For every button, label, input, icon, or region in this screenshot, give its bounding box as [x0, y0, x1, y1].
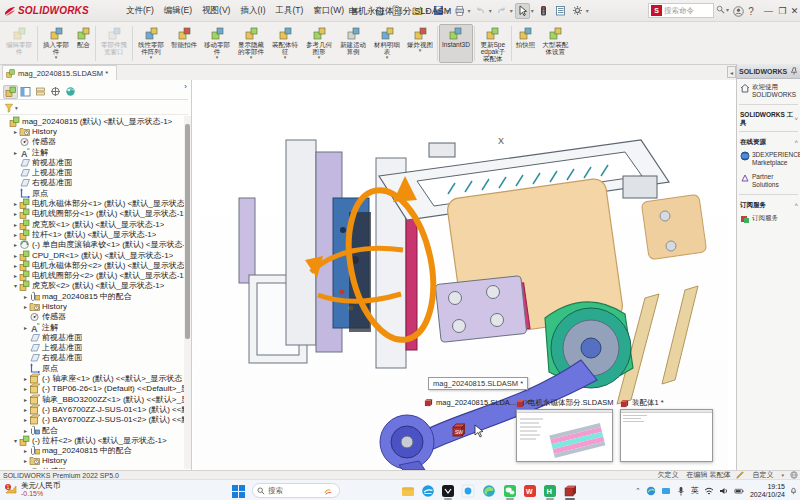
- thumbnail-preview-2[interactable]: [516, 409, 613, 462]
- tree-collapsed-icon[interactable]: ▸: [22, 396, 29, 403]
- tree-collapsed-icon[interactable]: ▸: [12, 128, 19, 135]
- dropdown-caret-icon[interactable]: ▾: [468, 7, 471, 14]
- pin-icon[interactable]: ✚: [349, 4, 361, 17]
- tree-collapsed-icon[interactable]: ▸: [22, 375, 29, 382]
- taskbar-search[interactable]: 搜索: [252, 483, 340, 498]
- restore-button[interactable]: ❐: [776, 0, 789, 22]
- taskpane-collapse-button[interactable]: ◂: [727, 66, 736, 78]
- tree-item[interactable]: ▸拉杆<1> (默认) <默认_显示状态-1>: [0, 229, 184, 239]
- tree-item[interactable]: ▸A注解: [0, 322, 184, 332]
- dropdown-caret-icon[interactable]: ▾: [405, 7, 408, 14]
- menu-item-2[interactable]: 视图(V): [197, 2, 235, 20]
- tree-item[interactable]: 传感器: [0, 137, 184, 147]
- notification-bell-icon[interactable]: [789, 486, 798, 495]
- tree-scrollbar-thumb[interactable]: [185, 124, 190, 339]
- tree-item[interactable]: 上视基准面: [0, 343, 184, 353]
- dropdown-caret-icon[interactable]: ▾: [426, 7, 429, 14]
- tree-item[interactable]: 传感器: [0, 312, 184, 322]
- minimize-button[interactable]: —: [762, 0, 775, 22]
- dropdown-caret-icon[interactable]: ▾: [531, 7, 534, 14]
- ime-indicator[interactable]: 英: [691, 485, 699, 496]
- taskbar-clock[interactable]: 19:15 2024/10/24: [750, 483, 785, 499]
- tree-scrollbar[interactable]: [184, 116, 191, 469]
- tree-collapsed-icon[interactable]: ▸: [22, 303, 29, 310]
- ribbon-button-6[interactable]: 智能扣件: [168, 24, 200, 63]
- thumbnail-header-2[interactable]: 电机永磁体部分.SLDASM: [516, 398, 613, 408]
- thumbnail-header-1[interactable]: mag_20240815.SLDA...✕: [424, 398, 531, 407]
- tree-item[interactable]: ▸History: [0, 301, 184, 311]
- battery-icon[interactable]: [734, 486, 744, 496]
- taskpane-online-section[interactable]: 在线资源 ˄: [737, 135, 800, 147]
- print-button[interactable]: [452, 3, 467, 19]
- tree-item[interactable]: ▸虎克胶<1> (默认) <默认_显示状态-1>: [0, 219, 184, 229]
- tree-item[interactable]: ▸History: [0, 456, 184, 466]
- ribbon-button-13[interactable]: 爆炸视图▾: [404, 24, 436, 63]
- new-document-button[interactable]: [389, 3, 404, 19]
- tray-browser-icon[interactable]: [646, 486, 656, 496]
- open-button[interactable]: [410, 3, 425, 19]
- dimxpert-manager-tab[interactable]: [48, 85, 63, 99]
- menu-item-4[interactable]: 工具(T): [270, 2, 308, 20]
- menu-item-5[interactable]: 窗口(W): [308, 2, 349, 20]
- tree-collapsed-icon[interactable]: ▸: [12, 231, 19, 238]
- tree-collapsed-icon[interactable]: ▸: [12, 210, 19, 217]
- start-button[interactable]: [232, 484, 245, 500]
- tree-item[interactable]: ▸电机线圈部分<1> (默认) <默认_显示状态-1>: [0, 209, 184, 219]
- file-properties-button[interactable]: [553, 3, 568, 19]
- command-search-input[interactable]: S 搜索命令: [648, 3, 714, 18]
- tree-collapsed-icon[interactable]: ▸: [22, 457, 29, 464]
- options-gear-button[interactable]: [570, 3, 585, 19]
- tree-item[interactable]: ▸电机永磁体部分<2> (默认) <默认_显示状态-1>: [0, 260, 184, 270]
- tree-collapsed-icon[interactable]: ▸: [22, 427, 29, 434]
- tree-collapsed-icon[interactable]: ▸: [22, 406, 29, 413]
- taskpane-subscription-section[interactable]: 订阅服务 ˄: [737, 198, 800, 210]
- tree-collapsed-icon[interactable]: ▸: [22, 447, 29, 454]
- tree-filter-bar[interactable]: ▾: [0, 102, 188, 115]
- ribbon-button-15[interactable]: 更新Speedpak子装配体: [476, 24, 510, 63]
- dropdown-caret-icon[interactable]: ▾: [489, 7, 492, 14]
- ww-app-taskbar-button[interactable]: W: [522, 483, 538, 498]
- tree-item[interactable]: ▸轴承_BBO3200ZZ<1> (默认) <<默认>_显示状态 1>: [0, 394, 184, 404]
- ribbon-button-11[interactable]: 新建运动算例: [336, 24, 370, 63]
- taskpane-header[interactable]: SOLIDWORKS: [737, 64, 800, 79]
- tree-collapsed-icon[interactable]: ▸: [22, 416, 29, 423]
- tree-collapsed-icon[interactable]: ▸: [22, 293, 29, 300]
- tree-collapsed-icon[interactable]: ▸: [22, 324, 29, 331]
- flyout-expand-icon[interactable]: ›: [184, 82, 187, 91]
- redo-button[interactable]: [494, 3, 509, 19]
- tree-item[interactable]: ▾虎克胶<2> (默认) <默认_显示状态-1>: [0, 281, 184, 291]
- tree-item[interactable]: 前视基准面: [0, 332, 184, 342]
- ribbon-button-16[interactable]: 拍快照: [513, 24, 539, 63]
- home-button[interactable]: [372, 3, 387, 19]
- tree-item[interactable]: ▸CPU_DR<1> (默认) <默认_显示状态-1>: [0, 250, 184, 260]
- feature-tree-tab[interactable]: [3, 85, 18, 99]
- tree-collapsed-icon[interactable]: ▸: [12, 221, 19, 228]
- help-icon[interactable]: ?: [744, 0, 758, 22]
- rebuild-button[interactable]: [536, 3, 551, 19]
- status-globe-icon[interactable]: [790, 471, 798, 479]
- ribbon-button-17[interactable]: 大型装配体设置: [538, 24, 572, 63]
- dropdown-caret-icon[interactable]: ▾: [510, 7, 513, 14]
- tree-item[interactable]: ▸A注解: [0, 147, 184, 157]
- tree-collapsed-icon[interactable]: ▸: [12, 149, 19, 156]
- taskpane-welcome[interactable]: 欢迎使用 SOLIDWORKS: [737, 79, 800, 101]
- volume-icon[interactable]: [719, 486, 729, 496]
- tree-item[interactable]: ▸History: [0, 126, 184, 136]
- tree-item[interactable]: ▸mag_20240815 中的配合: [0, 291, 184, 301]
- menu-item-1[interactable]: 编辑(E): [159, 2, 197, 20]
- tree-item[interactable]: ▸(-) TBP06-26<1> (Default) <<Default>_显示…: [0, 384, 184, 394]
- tree-item[interactable]: 原点: [0, 188, 184, 198]
- menu-item-3[interactable]: 插入(I): [235, 2, 270, 20]
- tree-item[interactable]: 右视基准面: [0, 353, 184, 363]
- solidworks-taskbar-button[interactable]: [562, 483, 578, 498]
- property-manager-tab[interactable]: [18, 85, 33, 99]
- tree-item[interactable]: ▾(-) 拉杆<2> (默认) <默认_显示状态-1>: [0, 435, 184, 445]
- ie-browser-taskbar-button[interactable]: [420, 483, 436, 498]
- tray-expand-icon[interactable]: ⌃: [635, 487, 641, 495]
- tree-item[interactable]: ▸(-) 单自由度滚轴承铰<1> (默认) <显示状态-1>: [0, 240, 184, 250]
- ribbon-button-9[interactable]: 装配体特征▾: [268, 24, 302, 63]
- dropdown-caret-icon[interactable]: ▾: [447, 7, 450, 14]
- weather-stock-widget[interactable]: 1 美元/人民币 -0.15%: [4, 481, 61, 498]
- ribbon-button-2[interactable]: 插入零部件▾: [39, 24, 73, 63]
- thumbnail-header-3[interactable]: 装配体1 *: [620, 398, 664, 408]
